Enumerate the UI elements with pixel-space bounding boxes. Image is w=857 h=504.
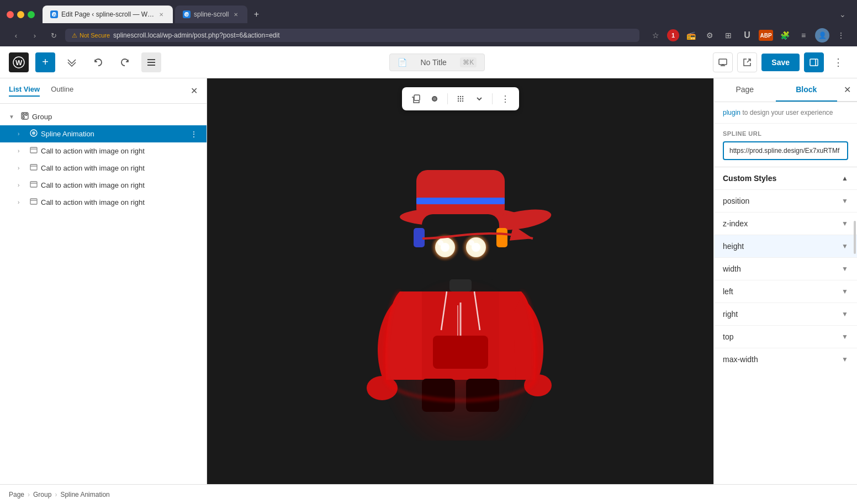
profile-icon[interactable]: ≡ (796, 28, 811, 43)
svg-rect-49 (496, 228, 507, 247)
style-row-maxwidth[interactable]: max-width ▼ (714, 348, 857, 370)
svg-point-39 (459, 100, 461, 102)
svg-point-57 (469, 240, 474, 246)
breadcrumb-spline[interactable]: Spline Animation (60, 491, 109, 498)
bookmark-icon[interactable]: ☆ (648, 28, 663, 43)
svg-point-31 (433, 97, 436, 100)
style-row-width[interactable]: width ▼ (714, 257, 857, 280)
tab-list-view[interactable]: List View (9, 85, 40, 97)
breadcrumb-sep-1: › (28, 491, 30, 498)
sidebar-close-button[interactable]: ✕ (191, 86, 198, 96)
undo-button[interactable] (88, 52, 108, 72)
tab-spline-scroll[interactable]: W spline-scroll ✕ (175, 6, 247, 23)
more-options-button[interactable]: ⋮ (828, 52, 848, 72)
svg-text:W: W (15, 59, 23, 67)
extension-icon-6[interactable]: ABP (759, 30, 773, 41)
spline-item-more[interactable]: ⋮ (190, 130, 198, 139)
extension-icon-5[interactable]: U (740, 28, 754, 43)
list-view-toggle[interactable] (141, 52, 161, 72)
sidebar-toggle-button[interactable] (804, 52, 824, 72)
page-title-input[interactable]: No Title (411, 58, 456, 67)
panel-tabs-row: Page Block ✕ (714, 78, 857, 102)
tools-button[interactable] (62, 52, 82, 72)
custom-styles-toggle-icon[interactable]: ▲ (842, 174, 848, 182)
reload-button[interactable]: ↻ (46, 28, 61, 43)
tab-bar-menu[interactable]: ⌄ (839, 10, 850, 19)
expand-arrow-spline[interactable]: › (18, 131, 27, 137)
tab-outline[interactable]: Outline (51, 85, 73, 97)
keyboard-shortcut: ⌘K (460, 57, 477, 67)
breadcrumb-group[interactable]: Group (33, 491, 51, 498)
expand-arrow-cta-2[interactable]: › (18, 165, 27, 171)
wp-logo: W (9, 52, 29, 72)
tree-item-spline[interactable]: › Spline Animation ⋮ (0, 125, 207, 142)
close-window-btn[interactable] (7, 11, 14, 18)
redo-button[interactable] (115, 52, 135, 72)
panel-close-button[interactable]: ✕ (837, 78, 857, 102)
canvas-drag-button[interactable] (452, 91, 469, 107)
layout-icon-3 (30, 181, 38, 190)
add-block-button[interactable]: + (35, 52, 55, 72)
tab-edit-page-close[interactable]: ✕ (157, 10, 165, 18)
style-row-width-arrow: ▼ (842, 265, 848, 273)
custom-styles-header[interactable]: Custom Styles ▲ (714, 167, 857, 189)
style-row-position[interactable]: position ▼ (714, 189, 857, 212)
tab-edit-page[interactable]: W Edit Page ‹ spline-scroll — W… ✕ (43, 6, 173, 23)
extension-icon-1[interactable]: 1 (667, 29, 679, 41)
svg-rect-45 (416, 198, 505, 204)
canvas-copy-button[interactable] (408, 91, 424, 107)
tree-item-cta-1[interactable]: › Call to action with image on right (0, 142, 207, 160)
panel-link[interactable]: plugin (723, 109, 740, 116)
back-button[interactable]: ‹ (9, 28, 23, 43)
minimize-window-btn[interactable] (17, 11, 24, 18)
desktop-view-button[interactable] (713, 52, 733, 72)
svg-text:W: W (186, 13, 189, 17)
browser-menu[interactable]: ⋮ (834, 28, 848, 43)
style-row-zindex-label: z-index (723, 219, 748, 228)
address-bar[interactable]: ⚠ Not Secure splinescroll.local/wp-admin… (65, 29, 639, 42)
spline-url-input[interactable] (723, 141, 848, 160)
new-tab-button[interactable]: + (250, 8, 263, 21)
forward-button[interactable]: › (28, 28, 42, 43)
style-row-top[interactable]: top ▼ (714, 325, 857, 348)
style-row-zindex[interactable]: z-index ▼ (714, 212, 857, 235)
breadcrumb-sep-2: › (55, 491, 57, 498)
canvas-more-button[interactable]: ⋮ (497, 91, 514, 107)
tab-spline-scroll-close[interactable]: ✕ (232, 10, 240, 18)
extensions-button[interactable]: 🧩 (777, 28, 792, 43)
external-view-button[interactable] (737, 52, 757, 72)
right-panel: Page Block ✕ plugin to design your user … (713, 78, 857, 504)
svg-point-40 (462, 100, 463, 102)
spline-icon (30, 129, 38, 139)
maximize-window-btn[interactable] (28, 11, 35, 18)
extension-icon-2[interactable]: 📻 (684, 28, 698, 43)
expand-arrow-cta-4[interactable]: › (18, 199, 27, 205)
style-row-maxwidth-arrow: ▼ (842, 356, 848, 363)
style-row-right-arrow: ▼ (842, 310, 848, 318)
security-label: Not Secure (80, 32, 110, 39)
expand-arrow-group[interactable]: ▼ (9, 114, 18, 120)
save-button[interactable]: Save (761, 54, 800, 71)
tree-item-group[interactable]: ▼ Group (0, 108, 207, 125)
page-icon: 📄 (398, 58, 407, 67)
tree-item-cta-4[interactable]: › Call to action with image on right (0, 194, 207, 211)
expand-arrow-cta-3[interactable]: › (18, 182, 27, 188)
breadcrumb-page[interactable]: Page (9, 491, 24, 498)
style-row-right[interactable]: right ▼ (714, 303, 857, 325)
tree-item-cta-2[interactable]: › Call to action with image on right (0, 160, 207, 177)
wp-admin-bar: W + 📄 No Title ⌘K (0, 46, 857, 78)
style-row-left[interactable]: left ▼ (714, 280, 857, 303)
tree-item-cta-3-label: Call to action with image on right (41, 181, 198, 189)
canvas-collapse-button[interactable] (471, 91, 488, 107)
style-row-height[interactable]: height ▼ (714, 235, 857, 257)
expand-arrow-cta-1[interactable]: › (18, 148, 27, 154)
scrollbar-thumb[interactable] (854, 221, 856, 254)
avatar-icon[interactable]: 👤 (815, 28, 829, 43)
style-row-height-label: height (723, 242, 744, 251)
canvas-style-button[interactable] (426, 91, 443, 107)
extension-icon-3[interactable]: ⚙ (702, 28, 717, 43)
panel-tab-page[interactable]: Page (714, 78, 776, 102)
extension-icon-4[interactable]: ⊞ (721, 28, 736, 43)
panel-tab-block[interactable]: Block (776, 78, 838, 102)
tree-item-cta-3[interactable]: › Call to action with image on right (0, 177, 207, 194)
